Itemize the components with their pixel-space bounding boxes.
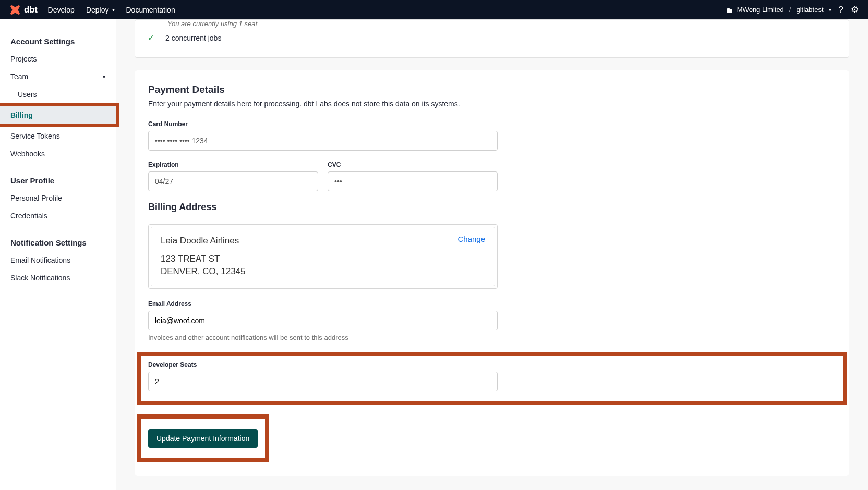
nav-develop[interactable]: Develop	[48, 6, 75, 14]
expiration-input[interactable]	[148, 172, 318, 191]
sidebar-item-projects[interactable]: Projects	[0, 50, 116, 68]
settings-sidebar: Account Settings Projects Team▾ Users Bi…	[0, 19, 116, 490]
card-number-label: Card Number	[148, 120, 498, 128]
concurrent-jobs-row: ✓ 2 concurrent jobs	[148, 28, 836, 48]
sidebar-item-billing[interactable]: Billing	[0, 106, 116, 124]
project-name: gitlabtest	[796, 6, 823, 14]
highlight-billing: Billing	[0, 103, 119, 127]
change-address-link[interactable]: Change	[457, 235, 485, 243]
email-help-text: Invoices and other account notifications…	[148, 334, 498, 341]
brand-text: dbt	[24, 5, 38, 15]
sidebar-item-team[interactable]: Team▾	[0, 68, 116, 85]
main-nav: Develop Deploy▾ Documentation	[48, 6, 175, 14]
sidebar-item-email-notif[interactable]: Email Notifications	[0, 251, 116, 269]
billing-address-box: Leia Doodle Airlines 123 TREAT ST DENVER…	[148, 224, 498, 289]
plan-card: You are currently using 1 seat ✓ 2 concu…	[135, 19, 849, 58]
chevron-down-icon: ▾	[103, 74, 105, 80]
account-switcher[interactable]: 🖿 MWong Limited / gitlabtest ▾ ? ⚙	[726, 4, 859, 15]
email-input[interactable]	[148, 311, 498, 330]
cvc-input[interactable]	[328, 172, 498, 191]
developer-seats-label: Developer Seats	[148, 361, 836, 369]
sidebar-group-notifications: Notification Settings	[0, 234, 116, 251]
sidebar-item-webhooks[interactable]: Webhooks	[0, 145, 116, 163]
billing-address-text: Leia Doodle Airlines 123 TREAT ST DENVER…	[161, 235, 246, 278]
concurrent-jobs-text: 2 concurrent jobs	[165, 34, 221, 42]
help-icon[interactable]: ?	[839, 5, 843, 15]
sidebar-item-credentials[interactable]: Credentials	[0, 207, 116, 225]
billing-address-title: Billing Address	[148, 202, 836, 213]
sidebar-item-users[interactable]: Users	[0, 85, 116, 103]
nav-deploy[interactable]: Deploy▾	[86, 6, 115, 14]
breadcrumb-separator: /	[789, 6, 791, 14]
main-content: You are currently using 1 seat ✓ 2 concu…	[116, 19, 868, 490]
highlight-submit: Update Payment Information	[137, 414, 269, 462]
top-navbar: dbt Develop Deploy▾ Documentation 🖿 MWon…	[0, 0, 868, 19]
highlight-developer-seats: Developer Seats	[137, 352, 847, 405]
nav-docs[interactable]: Documentation	[126, 6, 175, 14]
update-payment-button[interactable]: Update Payment Information	[148, 429, 258, 448]
expiration-label: Expiration	[148, 161, 318, 168]
dbt-logo-icon	[9, 4, 21, 16]
sidebar-group-account: Account Settings	[0, 33, 116, 50]
dbt-logo[interactable]: dbt	[9, 4, 38, 16]
sidebar-item-slack-notif[interactable]: Slack Notifications	[0, 269, 116, 287]
payment-desc: Enter your payment details here for proc…	[148, 100, 836, 108]
sidebar-group-profile: User Profile	[0, 172, 116, 189]
sidebar-item-tokens[interactable]: Service Tokens	[0, 127, 116, 145]
folder-icon: 🖿	[726, 6, 733, 14]
account-name: MWong Limited	[737, 6, 784, 14]
chevron-down-icon: ▾	[112, 7, 115, 13]
payment-card: Payment Details Enter your payment detai…	[135, 70, 849, 476]
payment-title: Payment Details	[148, 84, 836, 95]
sidebar-item-personal[interactable]: Personal Profile	[0, 189, 116, 207]
seat-usage-text: You are currently using 1 seat	[148, 20, 836, 28]
cvc-label: CVC	[328, 161, 498, 168]
check-icon: ✓	[148, 33, 156, 43]
email-label: Email Address	[148, 300, 498, 308]
developer-seats-input[interactable]	[148, 372, 498, 391]
card-number-input[interactable]	[148, 131, 498, 151]
gear-icon[interactable]: ⚙	[851, 4, 859, 15]
chevron-down-icon: ▾	[829, 7, 831, 13]
